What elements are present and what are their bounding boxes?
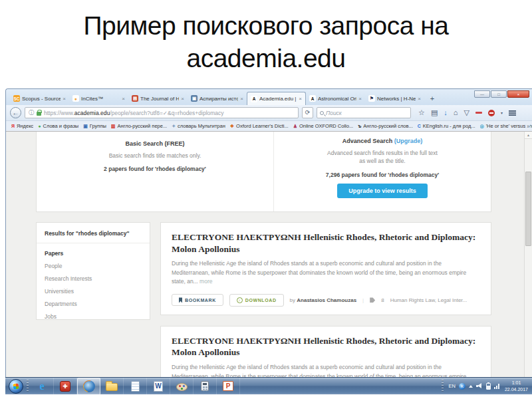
taskbar-app-powerpoint[interactable]: P: [217, 378, 240, 395]
battery-icon[interactable]: [486, 383, 491, 390]
bookmark-item[interactable]: ◎ 'He or she' versus 'the...: [480, 123, 532, 129]
sidebar-filter-item[interactable]: People: [37, 259, 150, 272]
taskbar-app-red-grid[interactable]: ✚: [54, 378, 77, 395]
tab-label: Аспиранты истфа...: [200, 96, 238, 102]
result-abstract: During the Hellenistic Age the island of…: [172, 259, 480, 287]
downloads-icon[interactable]: ↓: [444, 109, 448, 116]
tag-list[interactable]: Human Rights Law, Legal Inter...: [390, 297, 467, 303]
star-icon[interactable]: ☆: [418, 109, 425, 116]
taskbar-app-notepad[interactable]: [124, 378, 147, 395]
url-bar[interactable]: ⓘ https://www.academia.edu/people/search…: [25, 107, 299, 118]
show-hidden-icons-arrow[interactable]: [469, 385, 473, 388]
tab-close-icon[interactable]: ×: [181, 96, 184, 102]
bookmark-item[interactable]: ● Слова и фразы: [38, 123, 78, 129]
sidebar-filter-item[interactable]: Departments: [37, 297, 150, 310]
bookmarks-panel-icon[interactable]: ▤: [431, 109, 438, 116]
minimize-button[interactable]: —: [474, 90, 490, 98]
taskbar-app-firefox[interactable]: [77, 378, 100, 395]
menu-icon[interactable]: [509, 110, 516, 112]
advanced-search-title: Advanced Search (Upgrade): [274, 138, 491, 144]
bookmarks-bar: Я Яндекс ● Слова и фразы ▣ Группы ▥ Англ…: [6, 121, 532, 132]
taskbar-app-internet-explorer[interactable]: e: [31, 378, 54, 395]
tab-close-icon[interactable]: ×: [122, 96, 125, 102]
start-button[interactable]: [9, 379, 23, 394]
taskbar-app-explorer[interactable]: [100, 378, 124, 395]
result-abstract: During the Hellenistic Age the island of…: [172, 363, 480, 377]
browser-tab[interactable]: ⚑ Networks | H-Net ×: [365, 92, 424, 105]
taskbar-apps: e ✚ W: [31, 378, 240, 395]
browser-tab[interactable]: SC Scopus - Sources ×: [10, 92, 69, 105]
tab-close-icon[interactable]: ×: [418, 96, 421, 102]
page-info-icon[interactable]: ⓘ: [29, 109, 34, 116]
antivirus-tray-icon[interactable]: K: [459, 383, 466, 390]
volume-icon[interactable]: [476, 383, 483, 389]
browser-tab[interactable]: A Academia.edu | Se... ×: [247, 92, 306, 105]
bookmark-item[interactable]: ✦ словарь Мультитран: [172, 123, 225, 129]
sidebar-filter-item[interactable]: Papers: [37, 247, 150, 259]
app-icon: e: [39, 380, 44, 392]
tab-close-icon[interactable]: ×: [358, 96, 362, 102]
bookmark-item[interactable]: ▣ Группы: [83, 123, 106, 129]
basic-search-description: Basic search finds title matches only.: [37, 152, 273, 160]
bookmark-label: 'He or she' versus 'the...: [486, 123, 532, 129]
home-icon[interactable]: ⌂: [454, 109, 458, 116]
result-card: ELECTRYONE ΗΛΕΚΤΡΥΩΝΗ Hellenistic Rhodes…: [160, 222, 491, 315]
lock-icon: [37, 112, 41, 116]
taskbar-app-word[interactable]: W: [147, 378, 170, 395]
search-input[interactable]: [326, 110, 408, 116]
download-button[interactable]: ↓ DOWNLOAD: [229, 294, 284, 307]
tab-close-icon[interactable]: ×: [63, 96, 66, 102]
reload-button[interactable]: ⟳: [302, 107, 313, 118]
browser-tab[interactable]: ▤ The Journal of Hell... ×: [128, 92, 188, 105]
bookmark-item[interactable]: C KEnglish.ru - для род...: [418, 123, 475, 129]
bookmark-button[interactable]: BOOKMARK: [172, 294, 223, 306]
taskbar-app-calculator[interactable]: [194, 378, 217, 395]
browser-tab[interactable]: ▣ Аспиранты истфа... ×: [188, 92, 247, 105]
sidebar-filter-item[interactable]: Jobs: [37, 310, 150, 323]
sidebar-filter-item[interactable]: Research Interests: [37, 272, 150, 285]
result-title-link[interactable]: ELECTRYONE ΗΛΕΚΤΡΥΩΝΗ Hellenistic Rhodes…: [172, 231, 480, 255]
adblock-icon[interactable]: [488, 110, 495, 116]
browser-tab[interactable]: A Astronomical Orie... ×: [306, 92, 365, 105]
search-box[interactable]: [317, 107, 411, 118]
more-link[interactable]: more: [200, 278, 212, 285]
tab-favicon: A: [309, 95, 316, 102]
close-button[interactable]: ×: [507, 90, 529, 98]
upgrade-to-view-results-button[interactable]: Upgrade to view results: [337, 184, 428, 198]
new-tab-button[interactable]: +: [427, 93, 438, 103]
tag-icon: [370, 297, 375, 303]
tab-label: Scopus - Sources: [22, 96, 61, 102]
sidebar-filter-item[interactable]: Universities: [37, 285, 150, 297]
bookmark-item[interactable]: ♟ Online OXFORD Collo...: [293, 123, 354, 129]
maximize-button[interactable]: □: [491, 90, 507, 98]
upgrade-link[interactable]: (Upgrade): [394, 138, 423, 144]
result-title-link[interactable]: ELECTRYONE ΗΛΕΚΤΡΥΩΝΗ Hellenistic Rhodes…: [172, 335, 480, 358]
bookmark-item[interactable]: ❖ Oxford Learner's Dicti...: [230, 123, 289, 129]
adblock-caret-icon[interactable]: ▾: [501, 110, 503, 115]
scrollbar-up-arrow[interactable]: ▲: [525, 132, 532, 139]
bookmark-item[interactable]: ъ Англо-русский слов...: [358, 123, 413, 129]
pocket-icon[interactable]: ▽: [464, 109, 469, 116]
bookmark-item[interactable]: ▥ Англо-русский пере...: [111, 123, 167, 129]
app-icon: [176, 383, 188, 391]
tab-label: InCites™: [81, 96, 120, 102]
tab-close-icon[interactable]: ×: [299, 96, 302, 102]
tray-clock[interactable]: 1:01 22.04.2017: [505, 380, 528, 392]
page-scrollbar[interactable]: ▲: [524, 132, 532, 377]
scrollbar-thumb[interactable]: [525, 172, 531, 246]
extension-dash-icon[interactable]: [475, 112, 482, 114]
tab-label: Astronomical Orie...: [318, 96, 356, 102]
bookmark-label: Слова и фразы: [43, 123, 79, 129]
browser-tab[interactable]: ● InCites™ ×: [69, 92, 128, 105]
back-button[interactable]: ←: [10, 107, 21, 118]
bookmarks-overflow-icon[interactable]: »: [527, 123, 530, 130]
bookmark-favicon: ●: [38, 124, 41, 129]
network-icon[interactable]: [494, 384, 499, 389]
bookmark-item[interactable]: Я Яндекс: [11, 123, 33, 129]
author-link[interactable]: Anastasios Chamouzas: [297, 297, 356, 303]
download-icon: ↓: [237, 297, 243, 303]
language-indicator[interactable]: EN: [449, 383, 456, 389]
tab-close-icon[interactable]: ×: [240, 96, 243, 102]
taskbar-app-paint[interactable]: [170, 378, 194, 395]
url-text: https://www.academia.edu/people/search?u…: [44, 110, 224, 116]
